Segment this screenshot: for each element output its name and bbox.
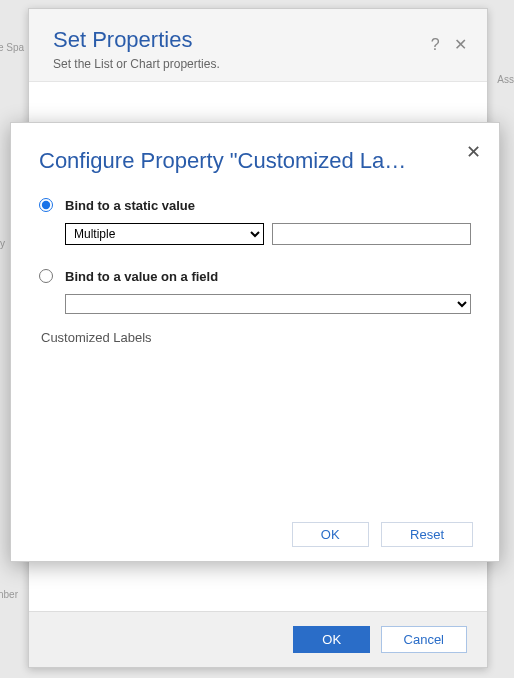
- static-value-select[interactable]: Multiple: [65, 223, 264, 245]
- bg-text-ass: Ass: [497, 74, 514, 85]
- bg-text-spa: e Spa: [0, 42, 24, 53]
- configure-property-dialog: ✕ Configure Property "Customized La… Bin…: [10, 122, 500, 562]
- reset-button[interactable]: Reset: [381, 522, 473, 547]
- field-value-radio[interactable]: [39, 269, 53, 283]
- close-icon[interactable]: ✕: [454, 35, 467, 54]
- bg-text-nber: nber: [0, 589, 18, 600]
- ok-button[interactable]: OK: [292, 522, 369, 547]
- static-value-label: Bind to a static value: [65, 198, 195, 213]
- set-properties-subtitle: Set the List or Chart properties.: [53, 57, 463, 71]
- field-value-option[interactable]: Bind to a value on a field: [39, 269, 471, 284]
- close-icon[interactable]: ✕: [466, 141, 481, 163]
- configure-property-footer: OK Reset: [284, 522, 473, 547]
- help-icon[interactable]: ?: [431, 36, 440, 54]
- static-value-radio[interactable]: [39, 198, 53, 212]
- set-properties-footer: OK Cancel: [29, 611, 487, 667]
- ok-button[interactable]: OK: [293, 626, 370, 653]
- field-value-label: Bind to a value on a field: [65, 269, 218, 284]
- set-properties-title: Set Properties: [53, 27, 463, 53]
- static-value-input[interactable]: [272, 223, 471, 245]
- configure-property-title: Configure Property "Customized La…: [39, 147, 471, 176]
- property-caption: Customized Labels: [39, 330, 471, 345]
- static-value-option[interactable]: Bind to a static value: [39, 198, 471, 213]
- cancel-button[interactable]: Cancel: [381, 626, 467, 653]
- set-properties-header: Set Properties Set the List or Chart pro…: [29, 9, 487, 82]
- field-value-select[interactable]: [65, 294, 471, 314]
- bg-text-y: y: [0, 238, 5, 249]
